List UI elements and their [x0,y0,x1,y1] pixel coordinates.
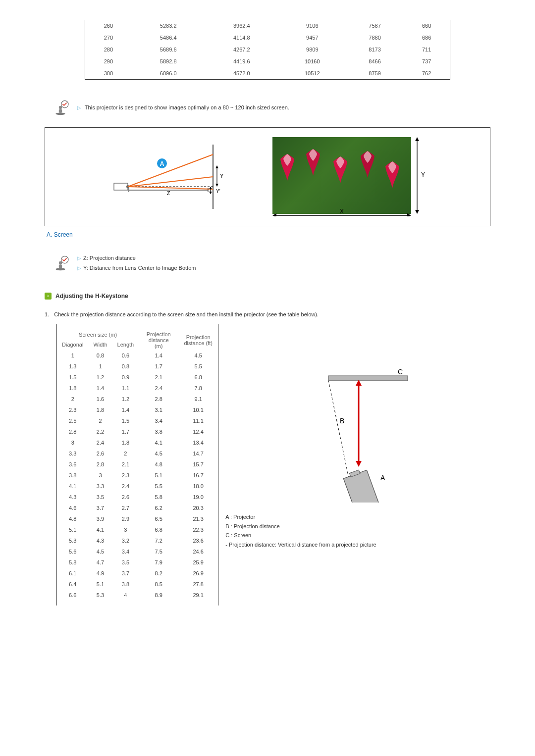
keystone-legend: A : Projector B : Projection distance C … [225,512,490,550]
svg-marker-27 [407,213,411,216]
table-cell: 4.6 [57,503,88,513]
table-cell: 2 [88,415,112,426]
table-cell: 2.8 [139,394,178,404]
table-cell: 6.6 [57,590,88,601]
table-cell: 260 [85,20,132,32]
table-cell: 4.1 [139,437,178,448]
table-cell: 2.2 [88,426,112,437]
table-cell: 29.1 [178,590,218,601]
table-cell: 14.7 [178,448,218,459]
table-cell: 270 [85,32,132,44]
table-cell: 2 [57,394,88,404]
table-cell: 0.9 [112,372,139,383]
y-definition: Y: Distance from Lens Center to Image Bo… [83,265,196,271]
svg-rect-37 [328,376,408,381]
table-cell: 1.6 [88,394,112,404]
table-cell: 4572.0 [205,67,278,79]
table-cell: 7.8 [178,383,218,394]
table-cell: 15.7 [178,459,218,470]
table-cell: 9106 [278,20,346,32]
table-cell: 1.5 [112,415,139,426]
chevron-right-icon: › [45,293,52,300]
table-cell: 2.7 [112,503,139,513]
table-row: 10.80.61.44.5 [57,350,218,361]
table-cell: 2.3 [57,404,88,415]
table-row: 2605283.23962.491067587660 [85,20,450,32]
table-cell: 21.3 [178,513,218,524]
table-cell: 660 [403,20,450,32]
keystone-diagram: C B A [301,369,415,503]
table-cell: 1.4 [112,404,139,415]
table-cell: 4.9 [88,568,112,579]
table-cell: 4267.2 [205,44,278,55]
table-row: 5.84.73.57.925.9 [57,557,218,568]
table-cell: 12.4 [178,426,218,437]
table-cell: 300 [85,67,132,79]
z-definition: Z: Projection distance [83,255,136,261]
table-cell: 762 [403,67,450,79]
svg-rect-34 [59,264,62,268]
table-cell: 4.5 [88,546,112,557]
table-cell: 2.9 [112,513,139,524]
table-cell: 3.4 [139,415,178,426]
table-cell: 2.8 [88,459,112,470]
table-cell: 5.8 [139,492,178,503]
table-row: 3.32.624.514.7 [57,448,218,459]
table-cell: 1.5 [57,372,88,383]
table-cell: 2.1 [112,459,139,470]
table-cell: 4.1 [57,481,88,492]
table-cell: 3.7 [88,503,112,513]
legend-note: - Projection distance: Vertical distance… [225,540,490,550]
table-cell: 5.1 [139,470,178,481]
table-cell: 5486.4 [132,32,205,44]
svg-marker-14 [215,165,218,168]
table-cell: 3.8 [112,579,139,590]
table-cell: 3 [112,524,139,535]
table-cell: 27.8 [178,579,218,590]
table-row: 6.45.13.88.527.8 [57,579,218,590]
table-cell: 24.6 [178,546,218,557]
svg-text:A: A [160,160,164,167]
col-length: Length [112,339,139,350]
table-row: 2.82.21.73.812.4 [57,426,218,437]
table-cell: 1.8 [57,383,88,394]
col-width: Width [88,339,112,350]
svg-text:Y': Y' [216,189,220,194]
table-cell: 1.4 [139,350,178,361]
table-cell: 3.8 [139,426,178,437]
table-row: 5.14.136.822.3 [57,524,218,535]
section-header: › Adjusting the H-Keystone [45,293,490,300]
table-cell: 2.6 [112,492,139,503]
table-cell: 7.9 [139,557,178,568]
table-cell: 1.2 [88,372,112,383]
table-cell: 1 [57,350,88,361]
table-cell: 4.7 [88,557,112,568]
table-cell: 8.5 [139,579,178,590]
table-row: 2905892.84419.6101608466737 [85,55,450,67]
table-cell: 7880 [346,32,403,44]
table-row: 1.310.81.75.5 [57,361,218,372]
svg-text:B: B [340,417,344,425]
table-cell: 18.0 [178,481,218,492]
list-number: 1. [45,311,49,317]
table-cell: 737 [403,55,450,67]
table-cell: 10512 [278,67,346,79]
table-cell: 5.6 [57,546,88,557]
table-cell: 5.3 [57,535,88,546]
svg-marker-42 [356,461,362,467]
table-cell: 6.8 [139,524,178,535]
table-cell: 1.8 [88,404,112,415]
person-check-icon [54,255,70,271]
table-cell: 4.1 [88,524,112,535]
col-group-screen-size: Screen size (m) [57,329,139,339]
table-cell: 5892.8 [132,55,205,67]
table-cell: 6.2 [139,503,178,513]
table-row: 2.31.81.43.110.1 [57,404,218,415]
triangle-bullet-icon: ▷ [77,255,81,261]
table-cell: 25.9 [178,557,218,568]
table-cell: 4.8 [139,459,178,470]
col-diagonal: Diagonal [57,339,88,350]
legend-c: C : Screen [225,531,490,540]
table-cell: 1.3 [57,361,88,372]
table-cell: 4.5 [178,350,218,361]
